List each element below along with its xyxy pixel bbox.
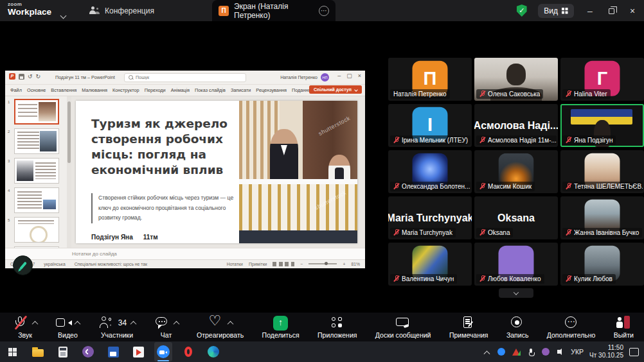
participant-name-label: Яна Подзігун — [562, 135, 616, 145]
toolbar-button[interactable]: Чат — [154, 315, 179, 339]
slide-thumbnail: 4 — [8, 187, 66, 213]
toolbar-button[interactable]: Поделиться — [262, 315, 300, 339]
slide-thumbnail: 6 — [8, 246, 66, 248]
participant-name-label: Ірина Мельник (ЛТЕУ) — [390, 135, 470, 145]
taskbar-clock[interactable]: 11:50 Чт 30.10.25 — [589, 344, 623, 360]
chevron-up-icon[interactable] — [130, 320, 137, 327]
toolbar-button[interactable]: Видео — [55, 315, 80, 339]
participant-tile[interactable]: Тетяна ШЕЛЕМЕТЬЄВ... — [560, 150, 644, 193]
taskbar-app-icon[interactable] — [79, 342, 97, 361]
view-button[interactable]: Вид — [538, 4, 574, 18]
chevron-down-icon[interactable] — [61, 9, 66, 21]
gallery-grid-icon — [562, 8, 568, 14]
participant-tile[interactable]: Валентина Чичун — [388, 243, 472, 286]
tab-meeting[interactable]: Конференция — [84, 0, 159, 21]
tray-icon[interactable] — [526, 347, 535, 357]
muted-mic-icon — [479, 183, 485, 190]
chevron-up-icon[interactable] — [173, 320, 179, 327]
restore-button[interactable] — [606, 6, 616, 16]
toolbar-icon — [154, 316, 170, 330]
participant-tile[interactable]: Жанна Іванівна Бучко — [560, 196, 644, 239]
participant-tile[interactable]: П Наталія Петренко — [388, 58, 472, 101]
muted-mic-icon — [393, 275, 399, 282]
save-icon — [19, 74, 24, 80]
participant-tile[interactable]: Олександра Болотен... — [388, 150, 472, 193]
security-shield-icon[interactable] — [516, 4, 527, 17]
participant-tile[interactable]: Г Halina Viter — [560, 58, 644, 101]
toolbar-button[interactable]: Выйти — [614, 315, 634, 339]
participant-name-label: Олена Саковська — [476, 89, 543, 99]
tray-icon[interactable] — [541, 347, 550, 357]
toolbar-button[interactable]: Доски сообщений — [375, 315, 431, 339]
participant-tile[interactable]: Oksana Oksana — [474, 196, 558, 239]
more-participants-button[interactable] — [499, 288, 533, 298]
participant-tile[interactable]: Олена Саковська — [474, 58, 558, 101]
toolbar-button[interactable]: Приложения — [318, 315, 357, 339]
notes-toggle: Нотатки — [227, 262, 243, 266]
taskbar-app-icon[interactable] — [179, 342, 197, 361]
toolbar-button[interactable]: Примечания — [449, 315, 488, 339]
muted-mic-icon — [479, 275, 485, 282]
zoom-out-icon: − — [300, 262, 303, 266]
taskbar-app-icon[interactable] — [54, 342, 72, 361]
chevron-up-icon[interactable] — [75, 320, 81, 327]
annotation-pencil-button[interactable] — [13, 255, 33, 275]
slide-thumbnail: 1 — [8, 99, 66, 125]
toolbar-icon — [13, 316, 28, 330]
slide-number: 3 — [8, 158, 12, 184]
participant-tile[interactable]: Яна Подзігун — [560, 104, 644, 147]
taskbar-app-icon[interactable] — [4, 342, 22, 361]
language-switcher[interactable]: УКР — [571, 348, 584, 356]
undo-icon: ↺ — [28, 74, 33, 80]
toolbar-button-label: Доски сообщений — [375, 331, 431, 339]
ribbon-tab: Основне — [27, 87, 46, 93]
ppt-search-input — [136, 75, 242, 80]
taskbar-app-icon[interactable] — [154, 342, 172, 361]
tab-screen-share[interactable]: П Экран (Наталія Петренко) ⋯ — [212, 0, 335, 21]
taskbar-app-icon[interactable] — [104, 342, 122, 361]
toolbar-button[interactable]: 34 Участники — [98, 315, 136, 339]
participant-name-label: Maria Turchynyak — [390, 228, 456, 237]
shared-screen-powerpoint[interactable]: ↺ ↻ Подзігун 11 тм – PowerPoint Наталія … — [5, 71, 365, 268]
meeting-main-area: ↺ ↻ Подзігун 11 тм – PowerPoint Наталія … — [0, 21, 644, 313]
toolbar-button[interactable]: Отреагировать — [197, 315, 244, 339]
chevron-up-icon[interactable] — [32, 320, 39, 327]
toolbar-button-label: Запись — [506, 331, 528, 339]
toolbar-icon — [510, 316, 525, 330]
toolbar-icon — [461, 316, 476, 330]
tray-icon[interactable] — [556, 347, 565, 357]
participant-name-label: Любов Коваленко — [476, 274, 544, 284]
tab-screen-label: Экран (Наталія Петренко) — [234, 2, 314, 20]
close-button[interactable]: × — [627, 6, 638, 16]
toolbar-button[interactable]: Дополнительно — [547, 315, 596, 339]
slide-thumbnail-preview — [14, 246, 59, 248]
account-avatar: НП — [321, 73, 329, 82]
participant-tile[interactable]: Кулик Любов — [560, 243, 644, 286]
muted-mic-icon — [393, 137, 399, 144]
toolbar-button[interactable]: Звук — [13, 315, 37, 339]
toolbar-button[interactable]: Запись — [506, 315, 528, 339]
minimize-button[interactable]: – — [585, 6, 595, 16]
taskbar-app-icon[interactable] — [204, 342, 222, 361]
toolbar-icon — [395, 316, 411, 330]
taskbar-app-icon[interactable] — [129, 342, 147, 361]
slide-thumbnail-preview — [14, 158, 59, 184]
date: Чт 30.10.25 — [589, 352, 623, 359]
participant-tile[interactable]: Любов Коваленко — [474, 243, 558, 286]
taskbar-app-icon[interactable] — [29, 342, 47, 361]
notification-center-icon[interactable] — [629, 348, 639, 356]
tray-icon[interactable] — [497, 347, 506, 357]
participant-tile[interactable]: Maria Turchynyak Maria Turchynyak — [388, 196, 472, 239]
tray-icon[interactable] — [512, 347, 521, 357]
title-bar: zoom Workplace Конференция П Экран (Ната… — [0, 0, 644, 21]
toolbar-button-label: Отреагировать — [197, 331, 244, 339]
chevron-up-icon[interactable] — [227, 320, 233, 327]
ribbon-tab: Малювання — [82, 87, 107, 93]
participant-tile[interactable]: Максим Кошик — [474, 150, 558, 193]
participant-name-label: Кулик Любов — [562, 274, 616, 284]
participant-tile[interactable]: І Ірина Мельник (ЛТЕУ) — [388, 104, 472, 147]
tab-options-icon[interactable]: ⋯ — [319, 6, 329, 16]
tray-icon[interactable] — [482, 347, 491, 357]
toolbar-icon — [98, 316, 114, 330]
participant-tile[interactable]: Асмолова Наді... Асмолова Надія 11м-... — [474, 104, 558, 147]
